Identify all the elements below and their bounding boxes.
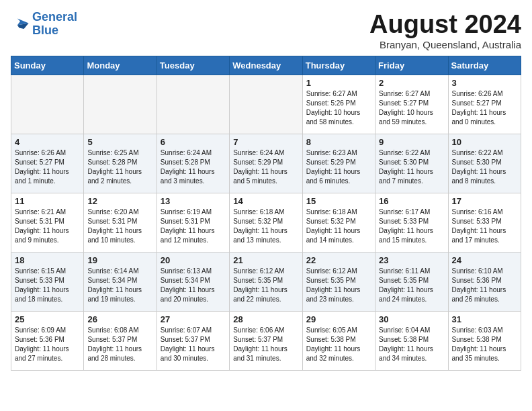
calendar-cell: [11, 75, 84, 134]
day-info: Sunrise: 6:06 AM Sunset: 5:37 PM Dayligh…: [233, 326, 298, 363]
day-number: 15: [306, 196, 371, 206]
location: Branyan, Queensland, Australia: [369, 39, 521, 50]
day-info: Sunrise: 6:15 AM Sunset: 5:33 PM Dayligh…: [15, 267, 80, 304]
weekday-header-saturday: Saturday: [448, 56, 521, 75]
day-number: 17: [452, 196, 517, 206]
day-number: 29: [306, 314, 371, 324]
calendar-cell: 22Sunrise: 6:12 AM Sunset: 5:35 PM Dayli…: [302, 252, 375, 311]
calendar-cell: [230, 75, 302, 134]
day-info: Sunrise: 6:18 AM Sunset: 5:32 PM Dayligh…: [306, 208, 371, 245]
logo-line1: General: [32, 10, 77, 24]
day-number: 19: [87, 255, 152, 265]
day-number: 1: [306, 78, 371, 88]
logo: General Blue: [11, 11, 77, 38]
day-number: 11: [15, 196, 80, 206]
day-info: Sunrise: 6:27 AM Sunset: 5:27 PM Dayligh…: [379, 89, 444, 127]
logo-line2: Blue: [32, 24, 58, 37]
day-info: Sunrise: 6:10 AM Sunset: 5:36 PM Dayligh…: [452, 267, 517, 304]
day-number: 16: [379, 196, 444, 206]
calendar-cell: 6Sunrise: 6:24 AM Sunset: 5:28 PM Daylig…: [157, 134, 229, 193]
day-info: Sunrise: 6:27 AM Sunset: 5:26 PM Dayligh…: [306, 89, 371, 127]
calendar-cell: 20Sunrise: 6:13 AM Sunset: 5:34 PM Dayli…: [157, 252, 229, 311]
page-header: General Blue August 2024 Branyan, Queens…: [11, 11, 521, 50]
calendar-table: SundayMondayTuesdayWednesdayThursdayFrid…: [11, 56, 521, 371]
day-info: Sunrise: 6:19 AM Sunset: 5:31 PM Dayligh…: [161, 208, 226, 245]
calendar-week-1: 1Sunrise: 6:27 AM Sunset: 5:26 PM Daylig…: [11, 75, 521, 134]
calendar-cell: 19Sunrise: 6:14 AM Sunset: 5:34 PM Dayli…: [84, 252, 157, 311]
day-info: Sunrise: 6:22 AM Sunset: 5:30 PM Dayligh…: [379, 148, 444, 186]
day-info: Sunrise: 6:16 AM Sunset: 5:33 PM Dayligh…: [452, 208, 517, 245]
day-info: Sunrise: 6:20 AM Sunset: 5:31 PM Dayligh…: [87, 208, 152, 245]
calendar-cell: 26Sunrise: 6:08 AM Sunset: 5:37 PM Dayli…: [84, 311, 157, 370]
weekday-header-row: SundayMondayTuesdayWednesdayThursdayFrid…: [11, 56, 521, 75]
day-info: Sunrise: 6:07 AM Sunset: 5:37 PM Dayligh…: [161, 326, 226, 363]
day-number: 8: [306, 137, 371, 147]
day-number: 4: [15, 137, 80, 147]
day-number: 2: [379, 78, 444, 88]
day-info: Sunrise: 6:22 AM Sunset: 5:30 PM Dayligh…: [452, 148, 517, 186]
day-info: Sunrise: 6:26 AM Sunset: 5:27 PM Dayligh…: [15, 148, 80, 186]
day-number: 13: [161, 196, 226, 206]
day-info: Sunrise: 6:03 AM Sunset: 5:38 PM Dayligh…: [452, 326, 517, 363]
calendar-week-5: 25Sunrise: 6:09 AM Sunset: 5:36 PM Dayli…: [11, 311, 521, 370]
calendar-week-3: 11Sunrise: 6:21 AM Sunset: 5:31 PM Dayli…: [11, 193, 521, 252]
calendar-cell: 13Sunrise: 6:19 AM Sunset: 5:31 PM Dayli…: [157, 193, 229, 252]
calendar-cell: 9Sunrise: 6:22 AM Sunset: 5:30 PM Daylig…: [375, 134, 448, 193]
day-number: 27: [161, 314, 226, 324]
day-info: Sunrise: 6:09 AM Sunset: 5:36 PM Dayligh…: [15, 326, 80, 363]
weekday-header-monday: Monday: [84, 56, 157, 75]
day-info: Sunrise: 6:23 AM Sunset: 5:29 PM Dayligh…: [306, 148, 371, 186]
day-number: 6: [161, 137, 226, 147]
day-info: Sunrise: 6:26 AM Sunset: 5:27 PM Dayligh…: [452, 89, 517, 127]
calendar-week-2: 4Sunrise: 6:26 AM Sunset: 5:27 PM Daylig…: [11, 134, 521, 193]
day-info: Sunrise: 6:25 AM Sunset: 5:28 PM Dayligh…: [87, 148, 152, 186]
day-info: Sunrise: 6:21 AM Sunset: 5:31 PM Dayligh…: [15, 208, 80, 245]
calendar-cell: 8Sunrise: 6:23 AM Sunset: 5:29 PM Daylig…: [302, 134, 375, 193]
day-number: 30: [379, 314, 444, 324]
calendar-cell: 21Sunrise: 6:12 AM Sunset: 5:35 PM Dayli…: [230, 252, 302, 311]
day-number: 23: [379, 255, 444, 265]
calendar-cell: 11Sunrise: 6:21 AM Sunset: 5:31 PM Dayli…: [11, 193, 84, 252]
calendar-cell: 14Sunrise: 6:18 AM Sunset: 5:32 PM Dayli…: [230, 193, 302, 252]
day-number: 26: [87, 314, 152, 324]
day-number: 5: [87, 137, 152, 147]
logo-icon: [11, 15, 30, 34]
calendar-cell: 31Sunrise: 6:03 AM Sunset: 5:38 PM Dayli…: [448, 311, 521, 370]
day-info: Sunrise: 6:13 AM Sunset: 5:34 PM Dayligh…: [161, 267, 226, 304]
calendar-cell: 5Sunrise: 6:25 AM Sunset: 5:28 PM Daylig…: [84, 134, 157, 193]
day-number: 24: [452, 255, 517, 265]
day-info: Sunrise: 6:08 AM Sunset: 5:37 PM Dayligh…: [87, 326, 152, 363]
calendar-cell: 1Sunrise: 6:27 AM Sunset: 5:26 PM Daylig…: [302, 75, 375, 134]
day-number: 21: [233, 255, 298, 265]
calendar-cell: 12Sunrise: 6:20 AM Sunset: 5:31 PM Dayli…: [84, 193, 157, 252]
calendar-cell: 29Sunrise: 6:05 AM Sunset: 5:38 PM Dayli…: [302, 311, 375, 370]
day-number: 3: [452, 78, 517, 88]
day-info: Sunrise: 6:24 AM Sunset: 5:28 PM Dayligh…: [161, 148, 226, 186]
calendar-cell: 17Sunrise: 6:16 AM Sunset: 5:33 PM Dayli…: [448, 193, 521, 252]
calendar-week-4: 18Sunrise: 6:15 AM Sunset: 5:33 PM Dayli…: [11, 252, 521, 311]
day-info: Sunrise: 6:17 AM Sunset: 5:33 PM Dayligh…: [379, 208, 444, 245]
calendar-cell: 2Sunrise: 6:27 AM Sunset: 5:27 PM Daylig…: [375, 75, 448, 134]
calendar-cell: 10Sunrise: 6:22 AM Sunset: 5:30 PM Dayli…: [448, 134, 521, 193]
day-number: 12: [87, 196, 152, 206]
day-number: 14: [233, 196, 298, 206]
title-block: August 2024 Branyan, Queensland, Austral…: [369, 11, 521, 50]
calendar-cell: [84, 75, 157, 134]
calendar-cell: 27Sunrise: 6:07 AM Sunset: 5:37 PM Dayli…: [157, 311, 229, 370]
calendar-cell: 4Sunrise: 6:26 AM Sunset: 5:27 PM Daylig…: [11, 134, 84, 193]
calendar-cell: 7Sunrise: 6:24 AM Sunset: 5:29 PM Daylig…: [230, 134, 302, 193]
day-number: 10: [452, 137, 517, 147]
day-info: Sunrise: 6:11 AM Sunset: 5:35 PM Dayligh…: [379, 267, 444, 304]
weekday-header-tuesday: Tuesday: [157, 56, 229, 75]
day-info: Sunrise: 6:12 AM Sunset: 5:35 PM Dayligh…: [233, 267, 298, 304]
day-info: Sunrise: 6:04 AM Sunset: 5:38 PM Dayligh…: [379, 326, 444, 363]
weekday-header-wednesday: Wednesday: [230, 56, 302, 75]
calendar-cell: 24Sunrise: 6:10 AM Sunset: 5:36 PM Dayli…: [448, 252, 521, 311]
day-number: 20: [161, 255, 226, 265]
calendar-cell: 18Sunrise: 6:15 AM Sunset: 5:33 PM Dayli…: [11, 252, 84, 311]
day-number: 22: [306, 255, 371, 265]
day-number: 25: [15, 314, 80, 324]
calendar-cell: 30Sunrise: 6:04 AM Sunset: 5:38 PM Dayli…: [375, 311, 448, 370]
calendar-cell: 23Sunrise: 6:11 AM Sunset: 5:35 PM Dayli…: [375, 252, 448, 311]
calendar-cell: 25Sunrise: 6:09 AM Sunset: 5:36 PM Dayli…: [11, 311, 84, 370]
